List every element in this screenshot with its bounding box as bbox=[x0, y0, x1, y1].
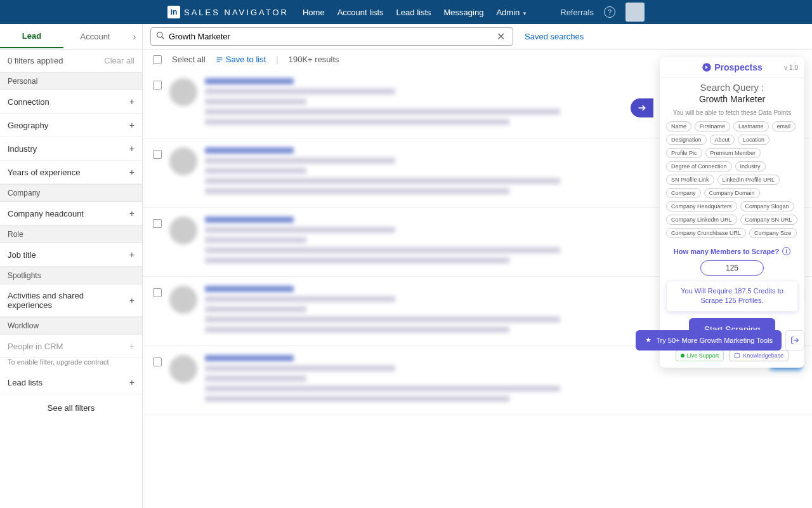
results-count: 190K+ results bbox=[289, 55, 339, 64]
fetch-note: You will be able to fetch these Data Poi… bbox=[660, 104, 804, 119]
data-point-pill: Name bbox=[666, 121, 691, 131]
filter-geography[interactable]: Geography+ bbox=[0, 114, 142, 137]
referrals-link[interactable]: Referrals bbox=[560, 8, 594, 17]
search-wrap: ✕ Saved searches bbox=[143, 27, 812, 46]
data-point-pill: Location bbox=[738, 135, 769, 145]
saved-searches-link[interactable]: Saved searches bbox=[525, 32, 584, 41]
howmany-label: How many Members to Scrape? i bbox=[660, 243, 804, 255]
data-point-pill: Premium Member bbox=[705, 148, 761, 158]
panel-title: Search Query : Growth Marketer bbox=[660, 78, 804, 104]
plus-icon: + bbox=[129, 377, 134, 387]
nav-messaging[interactable]: Messaging bbox=[444, 8, 484, 17]
filter-jobtitle[interactable]: Job title+ bbox=[0, 243, 142, 267]
info-icon[interactable]: i bbox=[782, 247, 790, 255]
svg-rect-7 bbox=[735, 353, 740, 358]
chevron-down-icon: ▼ bbox=[522, 11, 527, 17]
data-point-pill: Company bbox=[666, 188, 701, 198]
nav-lead-lists[interactable]: Lead lists bbox=[396, 8, 431, 17]
plus-icon: + bbox=[129, 120, 134, 130]
search-box: ✕ bbox=[150, 27, 513, 46]
panel-toggle-button[interactable] bbox=[631, 98, 653, 117]
query-value: Growth Marketer bbox=[666, 94, 798, 104]
data-point-pill: Designation bbox=[666, 135, 707, 145]
data-point-pill: Industry bbox=[735, 161, 766, 171]
result-avatar bbox=[169, 286, 197, 314]
filter-years[interactable]: Years of experience+ bbox=[0, 161, 142, 184]
row-checkbox[interactable] bbox=[153, 288, 162, 297]
data-point-pill: Profile Pic bbox=[666, 148, 702, 158]
result-avatar bbox=[169, 78, 197, 106]
data-point-pill: About bbox=[710, 135, 735, 145]
help-icon[interactable]: ? bbox=[604, 6, 615, 18]
filter-connection[interactable]: Connection+ bbox=[0, 90, 142, 114]
logout-icon[interactable] bbox=[785, 330, 804, 351]
filter-leadlists[interactable]: Lead lists+ bbox=[0, 371, 142, 394]
topbar-right: Referrals ? bbox=[560, 3, 645, 22]
live-support-button[interactable]: Live Support bbox=[676, 350, 724, 361]
data-point-pill: email bbox=[772, 121, 796, 131]
section-company: Company bbox=[0, 184, 142, 202]
plus-icon: + bbox=[129, 250, 134, 260]
data-point-pill: Company Slogan bbox=[740, 201, 794, 211]
search-input[interactable] bbox=[169, 32, 490, 41]
tab-account[interactable]: Account bbox=[63, 25, 127, 48]
data-point-pill: Degree of Connection bbox=[666, 161, 732, 171]
data-point-pill: Company SN URL bbox=[740, 215, 797, 225]
select-all-checkbox[interactable] bbox=[153, 55, 162, 64]
data-point-pill: Company Size bbox=[749, 228, 797, 238]
data-point-pill: Company Crunchbase URL bbox=[666, 228, 746, 238]
crm-upgrade-note: To enable filter, upgrade contract bbox=[0, 358, 142, 371]
filter-industry[interactable]: Industry+ bbox=[0, 137, 142, 161]
filters-summary: 0 filters applied Clear all bbox=[0, 50, 142, 72]
scrape-count-input[interactable] bbox=[700, 260, 764, 276]
filter-headcount[interactable]: Company headcount+ bbox=[0, 202, 142, 225]
data-point-pill: Company Domain bbox=[704, 188, 760, 198]
clear-search-icon[interactable]: ✕ bbox=[494, 30, 508, 43]
credit-estimate: You Will Require 187.5 Credits to Scrape… bbox=[666, 281, 798, 312]
row-checkbox[interactable] bbox=[153, 219, 162, 228]
section-personal: Personal bbox=[0, 72, 142, 90]
try-more-tools-button[interactable]: Try 50+ More Growth Marketing Tools bbox=[636, 330, 782, 351]
row-checkbox[interactable] bbox=[153, 358, 162, 366]
query-label: Search Query : bbox=[666, 82, 798, 93]
save-to-list[interactable]: Save to list bbox=[216, 55, 266, 64]
data-point-pill: LinkedIn Profile URL bbox=[717, 175, 780, 185]
knowledgebase-button[interactable]: Knowledgebase bbox=[729, 350, 789, 361]
row-checkbox[interactable] bbox=[153, 81, 162, 90]
row-checkbox[interactable] bbox=[153, 150, 162, 159]
nav-admin[interactable]: Admin ▼ bbox=[496, 8, 527, 17]
nav-account-lists[interactable]: Account lists bbox=[337, 8, 384, 17]
see-all-filters[interactable]: See all filters bbox=[0, 394, 142, 422]
panel-bottom-bar: Try 50+ More Growth Marketing Tools bbox=[636, 330, 804, 351]
avatar[interactable] bbox=[625, 3, 645, 22]
data-point-pill: Company LinkedIn URL bbox=[666, 215, 737, 225]
data-point-pill: Lastname bbox=[733, 121, 769, 131]
brand-area: in SALES NAVIGATOR bbox=[167, 6, 289, 18]
nav-links: Home Account lists Lead lists Messaging … bbox=[303, 8, 527, 17]
data-points-pills: NameFirstnameLastnameemailDesignationAbo… bbox=[660, 119, 804, 243]
panel-version: v 1.0 bbox=[784, 64, 798, 71]
filter-crm: People in CRM+ bbox=[0, 335, 142, 358]
brand-text: SALES NAVIGATOR bbox=[184, 8, 289, 17]
filter-sidebar: 0 filters applied Clear all Personal Con… bbox=[0, 50, 143, 508]
data-point-pill: Firstname bbox=[695, 121, 730, 131]
tab-lead[interactable]: Lead bbox=[0, 25, 63, 48]
divider: | bbox=[276, 55, 278, 64]
plus-icon: + bbox=[129, 295, 134, 305]
filter-activities[interactable]: Activities and shared experiences+ bbox=[0, 284, 142, 317]
svg-point-0 bbox=[157, 32, 162, 37]
select-all-label: Select all bbox=[172, 55, 206, 64]
filters-count: 0 filters applied bbox=[8, 56, 63, 65]
search-icon bbox=[156, 31, 165, 43]
section-role: Role bbox=[0, 225, 142, 243]
result-avatar bbox=[169, 217, 197, 244]
tabs-chevron-icon[interactable]: › bbox=[127, 31, 142, 43]
clear-all-link[interactable]: Clear all bbox=[104, 56, 134, 65]
section-workflow: Workflow bbox=[0, 317, 142, 335]
plus-icon: + bbox=[129, 208, 134, 218]
secondary-bar: Lead Account › ✕ Saved searches bbox=[0, 24, 812, 50]
nav-home[interactable]: Home bbox=[303, 8, 325, 17]
prospectss-panel: Prospectss v 1.0 Search Query : Growth M… bbox=[660, 57, 804, 368]
panel-header: Prospectss v 1.0 bbox=[660, 57, 804, 78]
plus-icon: + bbox=[129, 341, 134, 351]
